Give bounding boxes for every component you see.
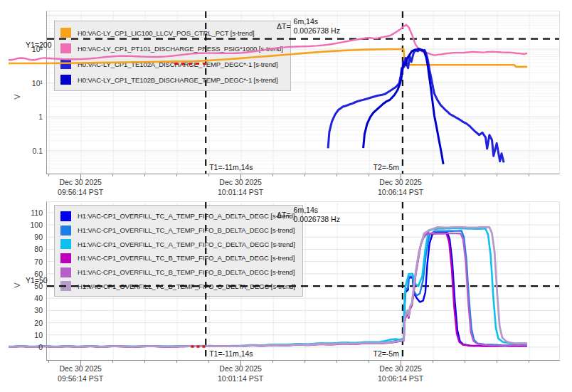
x-axis-tick xyxy=(208,360,209,363)
x-tick-time: 09:56:14 PST xyxy=(38,374,123,383)
x-tick-time: 10:06:14 PST xyxy=(358,374,443,383)
x-axis-tick xyxy=(433,360,433,363)
x-axis-tick xyxy=(337,360,337,363)
x-axis-tick xyxy=(337,174,337,176)
x-tick-date: Dec 30 2025 xyxy=(198,364,283,374)
series-line-3[interactable] xyxy=(9,233,527,347)
x-axis-tick xyxy=(272,174,273,176)
x-axis-tick-label: Dec 30 202509:56:14 PST xyxy=(38,177,123,197)
x-axis-tick xyxy=(48,174,49,176)
x-axis-tick-label: Dec 30 202510:06:14 PST xyxy=(358,364,443,383)
x-tick-date: Dec 30 2025 xyxy=(358,364,443,374)
x-tick-date: Dec 30 2025 xyxy=(38,177,123,187)
x-axis-tick xyxy=(272,360,273,363)
x-axis-tick xyxy=(112,174,113,176)
dual-trend-chart-panel: H0:VAC-LY_CP1_LIC100_LLCV_POS_CTRL_PCT [… xyxy=(0,0,572,392)
x-tick-time: 09:56:14 PST xyxy=(38,187,123,197)
x-axis-tick xyxy=(529,360,529,363)
cursor-t1-label[interactable]: T1=-11m,14s xyxy=(209,349,253,358)
x-axis-tick xyxy=(465,174,465,176)
x-tick-time: 10:01:14 PST xyxy=(198,374,283,383)
series-line-2[interactable] xyxy=(328,50,504,162)
x-axis-tick xyxy=(304,360,305,363)
cursor-t2-label[interactable]: T2=-5m xyxy=(373,349,398,358)
x-axis-tick xyxy=(433,174,433,176)
series-line-0[interactable] xyxy=(9,49,527,67)
data-svg xyxy=(8,11,559,174)
x-axis-tick xyxy=(465,360,465,363)
x-axis-labels: Dec 30 202509:56:14 PSTDec 30 202510:01:… xyxy=(46,364,558,385)
series-line-1[interactable] xyxy=(9,25,527,60)
x-axis-tick-label: Dec 30 202509:56:14 PST xyxy=(38,364,123,383)
x-tick-date: Dec 30 2025 xyxy=(38,364,123,374)
x-axis-tick xyxy=(144,174,145,176)
bottom-trend-chart[interactable]: H1:VAC-CP1_OVERFILL_TC_A_TEMP_FIFO_A_DEL… xyxy=(46,201,558,359)
x-axis-tick xyxy=(48,360,49,363)
x-tick-time: 10:06:14 PST xyxy=(358,187,443,197)
x-axis-tick xyxy=(497,360,497,363)
x-axis-tick xyxy=(497,174,497,176)
x-axis-tick xyxy=(176,360,177,363)
x-axis-tick xyxy=(304,174,305,176)
x-axis-tick xyxy=(369,174,369,176)
x-axis-tick-label: Dec 30 202510:01:14 PST xyxy=(198,364,283,383)
x-axis-tick xyxy=(529,174,529,176)
x-axis-tick xyxy=(208,174,209,176)
x-tick-time: 10:01:14 PST xyxy=(198,187,283,197)
cursor-t1-label[interactable]: T1=-11m,14s xyxy=(209,163,253,171)
top-trend-chart[interactable]: H0:VAC-LY_CP1_LIC100_LLCV_POS_CTRL_PCT [… xyxy=(46,11,558,173)
x-tick-date: Dec 30 2025 xyxy=(358,177,443,187)
x-axis-labels: Dec 30 202509:56:14 PSTDec 30 202510:01:… xyxy=(46,177,558,198)
x-axis-tick-label: Dec 30 202510:06:14 PST xyxy=(358,177,443,197)
x-axis-tick xyxy=(369,360,369,363)
cursor-t2-label[interactable]: T2=-5m xyxy=(373,163,398,171)
x-axis-tick-label: Dec 30 202510:01:14 PST xyxy=(198,177,283,197)
x-tick-date: Dec 30 2025 xyxy=(198,177,283,187)
x-axis-tick xyxy=(112,360,113,363)
plot-area[interactable]: H0:VAC-LY_CP1_LIC100_LLCV_POS_CTRL_PCT [… xyxy=(46,11,560,174)
data-svg xyxy=(8,202,559,360)
x-axis-tick xyxy=(176,174,177,176)
x-axis-tick xyxy=(144,360,145,363)
plot-area[interactable]: H1:VAC-CP1_OVERFILL_TC_A_TEMP_FIFO_A_DEL… xyxy=(46,201,560,361)
